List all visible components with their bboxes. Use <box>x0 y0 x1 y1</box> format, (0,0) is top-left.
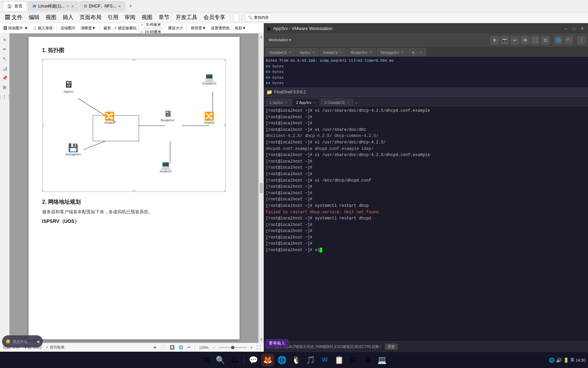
sel-handle-tl[interactable] <box>42 59 44 61</box>
search-btn[interactable]: 🔍 查找内容 <box>245 14 272 22</box>
tb-wps-word[interactable]: W <box>318 354 331 367</box>
vmware-settings-btn[interactable]: ⚙ <box>521 36 529 45</box>
vm-tab-storagesrv[interactable]: StorageSrv ✕ <box>377 48 408 56</box>
terminal-output[interactable]: [root@localhost ~]# vi /usr/share/doc/dh… <box>264 106 588 341</box>
wps-page-area[interactable]: 1. 拓扑图 ↺ <box>10 33 258 343</box>
chat-collapse-icon[interactable]: ◀ <box>36 339 39 344</box>
tb-settings[interactable]: ⚙ <box>347 354 360 367</box>
reset-btn[interactable]: 重设大小 <box>166 25 185 32</box>
fs-tab-ispsrv-close[interactable]: ✕ <box>285 101 288 104</box>
dhcp-tab-close[interactable]: ✕ <box>118 4 121 8</box>
sel-handle-tm[interactable] <box>133 59 135 61</box>
win-minimize[interactable]: ─ <box>563 26 569 32</box>
history-button[interactable]: 历史 <box>385 343 398 350</box>
vmware-net-btn[interactable]: 🌐 <box>554 36 563 45</box>
fs-tab-appsrv-close[interactable]: ✕ <box>313 101 316 104</box>
sidebar-icon-table[interactable]: ⊞ <box>1 84 8 91</box>
scroll-down[interactable]: ▼ <box>260 338 263 343</box>
vmware-snapshot-btn[interactable]: 📷 <box>500 36 509 45</box>
ribbon-view2[interactable]: 视图 <box>140 13 154 22</box>
fs-tab-ispsrv[interactable]: 1 IspSrv ✕ <box>266 98 292 106</box>
add-image-btn[interactable]: 🖼 添加图片 ▼ <box>1 25 30 32</box>
fs-tab-add[interactable]: + <box>354 101 359 106</box>
vm-tab-outsidecli-close[interactable]: ✕ <box>289 51 292 54</box>
sel-handle-br[interactable] <box>224 190 226 192</box>
vm-tab-ispsrv-close[interactable]: ✕ <box>312 51 315 54</box>
tb-music[interactable]: 🎵 <box>304 354 317 367</box>
tab-home[interactable]: 🏠 首页 <box>3 1 27 11</box>
zoom-in-btn[interactable]: + <box>250 346 252 350</box>
tab-dhcp[interactable]: D DHCP、NFS... ✕ <box>80 1 125 11</box>
image-tools-btn[interactable] <box>233 14 239 22</box>
zoom-slider[interactable] <box>219 347 246 348</box>
vm-tab-storagesrv-close[interactable]: ✕ <box>401 51 404 54</box>
wps-tab-close[interactable]: ✕ <box>71 4 74 8</box>
ribbon-ref[interactable]: 引用 <box>105 13 120 22</box>
vmware-revert-btn[interactable]: ↩ <box>510 36 519 45</box>
tray-lang[interactable]: 英 <box>570 357 574 363</box>
vm-tab-routersrv[interactable]: RouterSrv ✕ <box>347 48 376 56</box>
color-btn[interactable]: 色彩▼ <box>233 25 248 32</box>
win-close[interactable]: ✕ <box>579 26 585 32</box>
transparency-btn[interactable]: 设置透明色 <box>209 25 232 32</box>
vmware-unity-btn[interactable]: ⊡ <box>541 36 550 45</box>
fs-tab-outsidecli[interactable]: 3 OutsideCli ✕ <box>321 98 353 106</box>
vm-tab-ispsrv[interactable]: IspSrv ✕ <box>296 48 319 56</box>
vm-tab-outsidecli[interactable]: OutsideCli ✕ <box>266 48 295 56</box>
tab-wps[interactable]: W Linux样题(1)... ● ✕ <box>28 1 78 11</box>
finalshell-folder-icon[interactable]: 📁 <box>266 89 272 95</box>
ribbon-review[interactable]: 审阅 <box>122 13 137 22</box>
ribbon-dev[interactable]: 开发工具 <box>174 13 199 22</box>
scroll-up[interactable]: ▲ <box>260 33 263 39</box>
view-fullscreen[interactable]: 🌐 <box>179 345 183 350</box>
ribbon-view[interactable]: 视图 <box>44 13 59 22</box>
sidebar-icon-pin[interactable]: 📌 <box>1 74 8 81</box>
sel-handle-bl[interactable] <box>42 190 44 192</box>
vmware-fullscreen-btn[interactable]: ⛶ <box>531 36 540 45</box>
zoom-out-btn[interactable]: − <box>213 346 215 350</box>
new-tab-button[interactable]: + <box>127 2 135 10</box>
vmware-more-btn[interactable]: ⋮ <box>577 36 586 45</box>
vm-tab-a-close[interactable]: ✕ <box>420 51 422 54</box>
width-input[interactable] <box>145 23 165 28</box>
sidebar-icon-graph[interactable]: 📊 <box>1 65 8 72</box>
insert-shape-btn[interactable]: △ 插入形状 <box>31 25 55 32</box>
sel-handle-ml[interactable] <box>42 124 44 127</box>
sidebar-icon-dots[interactable]: ⋮⋮⋮ <box>1 93 8 100</box>
tb-penguin[interactable]: 🐧 <box>290 354 303 367</box>
vmware-pause-btn[interactable]: ⏸ <box>490 36 499 45</box>
scroll-thumb[interactable] <box>260 183 263 193</box>
tray-volume[interactable]: 🔊 <box>556 357 562 363</box>
chat-float-button[interactable]: 😊 说点什么... ◀ <box>2 335 43 348</box>
sel-handle-tr[interactable] <box>224 59 226 61</box>
ribbon-layout[interactable]: 页面布局 <box>78 13 103 22</box>
fs-tab-outsidecli-close[interactable]: ✕ <box>347 101 349 104</box>
vm-tab-insidecli[interactable]: InsideCli ✕ <box>320 48 346 56</box>
tb-firefox[interactable]: 🦊 <box>261 354 274 367</box>
tray-network[interactable]: 🌐 <box>549 357 555 363</box>
sel-handle-mr[interactable] <box>224 124 226 127</box>
compress-btn[interactable]: 压缩图片 <box>59 25 78 32</box>
vm-tab-insidecli-close[interactable]: ✕ <box>340 51 342 54</box>
ribbon-member[interactable]: 会员专享 <box>201 13 227 22</box>
tb-vmware[interactable]: 🖥 <box>361 354 374 367</box>
vm-tab-a[interactable]: A... ✕ <box>408 48 426 56</box>
tb-finalshell[interactable]: 💻 <box>376 354 389 367</box>
view-outline[interactable]: 📄 <box>161 345 166 350</box>
spell-check[interactable]: ✓ 拼写检查 <box>46 345 65 350</box>
ribbon-chapter[interactable]: 章节 <box>157 13 172 22</box>
workstation-menu[interactable]: Workstation ▾ <box>266 37 294 43</box>
sel-handle-bm[interactable] <box>133 190 135 192</box>
tb-clipboard[interactable]: 📋 <box>333 354 346 367</box>
remove-bg-btn[interactable]: 抠背景▼ <box>189 25 208 32</box>
wps-scrollbar[interactable]: ▲ ▼ <box>258 33 264 343</box>
sidebar-icon-pencil[interactable]: ✏ <box>1 46 8 52</box>
ribbon-edit[interactable]: 编辑 <box>27 13 42 22</box>
tb-start[interactable]: ⊞ <box>200 354 213 367</box>
clear-btn[interactable]: 清晰度▼ <box>79 25 98 32</box>
tb-tencent[interactable]: 💬 <box>247 354 260 367</box>
crop-btn[interactable]: 裁剪 <box>101 25 113 32</box>
sidebar-icon-outline[interactable]: ≡ <box>1 36 8 43</box>
view-web[interactable]: 🔲 <box>170 345 175 350</box>
vm-tab-routersrv-close[interactable]: ✕ <box>370 51 372 54</box>
